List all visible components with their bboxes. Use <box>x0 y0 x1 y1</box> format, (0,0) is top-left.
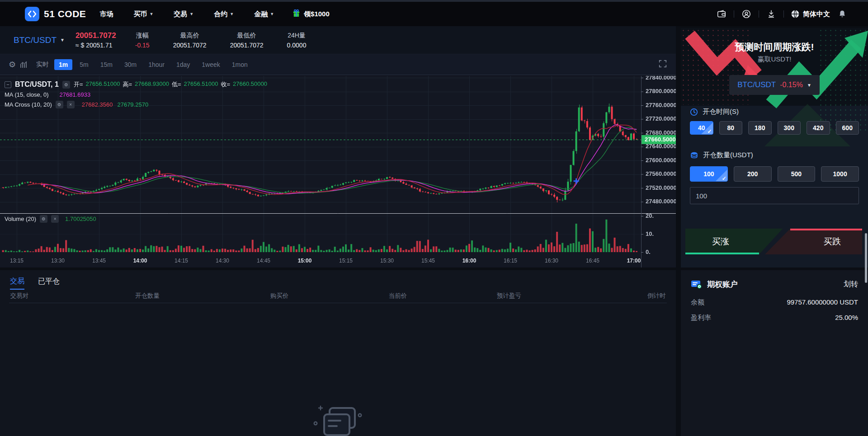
ohlc-label: 开= <box>74 80 83 89</box>
ma-label: MA (15, close, 0) <box>5 91 49 98</box>
tab-交易[interactable]: 交易 <box>10 277 24 290</box>
option-80[interactable]: 80 <box>719 121 743 135</box>
language-label: 简体中文 <box>803 10 830 19</box>
price-block: 20051.7072 ≈ $ 20051.71 <box>75 31 116 49</box>
ohlc-value: 27660.50000 <box>233 80 267 89</box>
legend-ohlc: 开=27656.51000高=27668.93000低=27656.51000收… <box>74 80 267 89</box>
ma-cross-values: 27682.356027679.2570 <box>82 101 148 108</box>
amount-input[interactable] <box>690 187 859 204</box>
language-selector[interactable]: 简体中文 <box>791 9 830 19</box>
realtime-toggle[interactable]: 实时 <box>36 61 49 69</box>
nav-items: 市场买币▼交易▼合约▼金融▼ <box>99 10 274 19</box>
banner-title: 预测时间周期涨跌! <box>681 41 868 53</box>
nav-item-市场[interactable]: 市场 <box>99 10 113 19</box>
buy-actions: 买涨 买跌 <box>685 229 862 254</box>
bell-icon[interactable] <box>837 9 848 19</box>
pair-name: BTC/USDT <box>14 35 57 45</box>
orders-header-6: 倒计时 <box>647 292 666 300</box>
open-amount-section-label: 开仓数量(USDT) <box>690 151 753 159</box>
wallet-icon[interactable] <box>716 9 727 19</box>
volume-close-icon[interactable]: × <box>51 215 59 223</box>
nav-item-交易[interactable]: 交易▼ <box>174 10 193 19</box>
ohlc-label: 低= <box>172 80 181 89</box>
option-500[interactable]: 500 <box>778 166 816 182</box>
timeframe-30m[interactable]: 30m <box>120 59 141 70</box>
stat-label: 最低价 <box>230 32 264 40</box>
chart-panel: ⚙ 实时 1m5m15m30m1hour1day1week1mon − BTC/… <box>0 54 676 267</box>
price-fiat: ≈ $ 20051.71 <box>75 42 116 49</box>
option-180[interactable]: 180 <box>748 121 772 135</box>
option-100[interactable]: 100 <box>690 166 728 182</box>
nav-item-买币[interactable]: 买币▼ <box>133 10 153 19</box>
nav-right: 简体中文 <box>716 9 848 19</box>
ma-cross-gear-icon[interactable]: ⚙ <box>56 101 63 108</box>
orders-panel: 交易已平仓 交易对开仓数量购买价当前价预计盈亏倒计时 <box>0 270 676 436</box>
ohlc-value: 27656.51000 <box>184 80 218 89</box>
chevron-down-icon: ▼ <box>230 12 234 16</box>
timeframe-1hour[interactable]: 1hour <box>144 59 169 70</box>
ohlc-value: 27668.93000 <box>135 80 169 89</box>
divider <box>734 10 734 18</box>
account-row-value: 25.00% <box>835 314 858 322</box>
option-600[interactable]: 600 <box>836 121 859 135</box>
account-row: 余额99757.60000000 USDT <box>691 298 858 307</box>
legend-symbol: BTC/USDT, 1 <box>15 80 59 89</box>
ma-cross-close-icon[interactable]: × <box>67 101 75 108</box>
open-amount-options: 1002005001000 <box>690 166 859 182</box>
nav-item-金融[interactable]: 金融▼ <box>254 10 274 19</box>
download-icon[interactable] <box>766 9 777 19</box>
nav-item-label: 买币 <box>133 10 147 19</box>
promo-bonus[interactable]: 领$1000 <box>292 9 330 19</box>
ticker-stats: 涨幅-0.15最高价20051.7072最低价20051.707224H量0.0… <box>135 32 307 49</box>
indicator-chart-icon[interactable] <box>18 59 30 70</box>
volume-legend: Volume (20) ⚙ × 1.70025050 <box>5 215 96 223</box>
timeframe-1week[interactable]: 1week <box>197 59 224 70</box>
legend-gear-icon[interactable]: ⚙ <box>62 81 70 89</box>
timeframe-1day[interactable]: 1day <box>172 59 194 70</box>
nav-item-label: 金融 <box>254 10 268 19</box>
trade-pair: BTC/USDT <box>737 80 776 89</box>
buy-down-button[interactable]: 买跌 <box>765 229 862 254</box>
nav-item-合约[interactable]: 合约▼ <box>214 10 234 19</box>
fullscreen-icon[interactable] <box>658 59 668 70</box>
orders-header-4: 当前价 <box>389 292 407 300</box>
ticker-stat: 最低价20051.7072 <box>230 32 264 49</box>
logo[interactable]: 51 CODE <box>25 7 86 21</box>
open-time-options: 4080180300420600 <box>690 121 859 135</box>
stat-label: 涨幅 <box>135 32 150 40</box>
option-40[interactable]: 40 <box>690 121 713 135</box>
timeframe-15m[interactable]: 15m <box>96 59 117 70</box>
stat-value: 20051.7072 <box>173 42 207 49</box>
option-200[interactable]: 200 <box>734 166 772 182</box>
trade-pair-selector[interactable]: BTC/USDT -0.15% ▼ <box>729 75 820 95</box>
tab-已平仓[interactable]: 已平仓 <box>38 277 60 290</box>
chevron-down-icon: ▼ <box>60 38 65 42</box>
divider <box>783 10 784 18</box>
top-navbar: 51 CODE 市场买币▼交易▼合约▼金融▼ 领$1000 简体中 <box>0 2 868 26</box>
open-time-section-label: 开仓时间(S) <box>690 108 739 116</box>
timeframe-1mon[interactable]: 1mon <box>227 59 252 70</box>
volume-gear-icon[interactable]: ⚙ <box>40 215 47 223</box>
ticker-stat: 24H量0.0000 <box>287 32 307 49</box>
scrollbar-thumb[interactable] <box>865 233 867 283</box>
logo-icon <box>25 7 39 21</box>
timeframe-5m[interactable]: 5m <box>75 59 93 70</box>
transfer-link[interactable]: 划转 <box>844 280 858 289</box>
settings-gear-icon[interactable]: ⚙ <box>6 59 18 70</box>
legend-collapse-icon[interactable]: − <box>5 81 11 88</box>
account-row: 盈利率25.00% <box>691 314 858 322</box>
user-icon[interactable] <box>741 9 752 19</box>
logo-text: 51 CODE <box>44 9 86 19</box>
pair-selector[interactable]: BTC/USDT ▼ <box>14 35 65 45</box>
option-1000[interactable]: 1000 <box>821 166 859 182</box>
timeframe-1m[interactable]: 1m <box>54 59 72 70</box>
chevron-down-icon: ▼ <box>149 12 153 16</box>
chevron-down-icon: ▼ <box>189 12 193 16</box>
option-420[interactable]: 420 <box>807 121 830 135</box>
stat-label: 最高价 <box>173 32 207 40</box>
option-300[interactable]: 300 <box>778 121 801 135</box>
ticker-bar: BTC/USDT ▼ 20051.7072 ≈ $ 20051.71 涨幅-0.… <box>0 26 676 54</box>
ohlc-label: 收= <box>221 80 230 89</box>
globe-icon <box>791 9 800 19</box>
trade-panel: 预测时间周期涨跌! 赢取USDT! BTC/USDT -0.15% ▼ 开仓时间… <box>681 28 868 267</box>
